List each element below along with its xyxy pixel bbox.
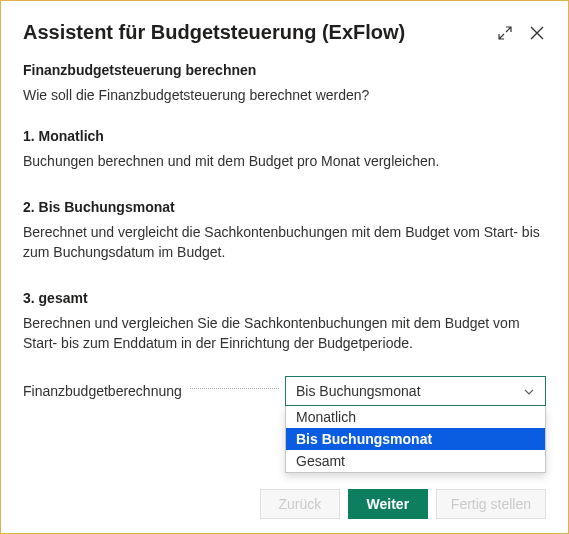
calculation-select-value: Bis Buchungsmonat	[296, 383, 421, 399]
calculation-field-label: Finanzbudgetberechnung	[23, 383, 182, 399]
dotted-leader	[190, 388, 279, 389]
next-button[interactable]: Weiter	[348, 489, 428, 519]
calculation-dropdown: Monatlich Bis Buchungsmonat Gesamt	[285, 406, 546, 473]
section-1-text: Buchungen berechnen und mit dem Budget p…	[23, 152, 546, 172]
section-2-text: Berechnet und vergleicht die Sachkontenb…	[23, 223, 546, 262]
close-icon[interactable]	[528, 24, 546, 42]
calculation-select[interactable]: Bis Buchungsmonat Monatlich Bis Buchungs…	[285, 376, 546, 406]
intro-text: Wie soll die Finanzbudgetsteuerung berec…	[23, 86, 546, 106]
calculation-field-row: Finanzbudgetberechnung Bis Buchungsmonat…	[23, 376, 546, 406]
section-1-heading: 1. Monatlich	[23, 128, 546, 144]
dropdown-option-monthly[interactable]: Monatlich	[286, 406, 545, 428]
intro-heading: Finanzbudgetsteuerung berechnen	[23, 62, 546, 78]
dialog-title: Assistent für Budgetsteuerung (ExFlow)	[23, 21, 482, 44]
calculation-select-display[interactable]: Bis Buchungsmonat	[285, 376, 546, 406]
dropdown-option-total[interactable]: Gesamt	[286, 450, 545, 472]
dialog-header: Assistent für Budgetsteuerung (ExFlow)	[23, 21, 546, 44]
back-button[interactable]: Zurück	[260, 489, 340, 519]
expand-icon[interactable]	[496, 24, 514, 42]
wizard-dialog: Assistent für Budgetsteuerung (ExFlow) F…	[0, 0, 569, 534]
wizard-footer: Zurück Weiter Fertig stellen	[260, 489, 546, 519]
finish-button[interactable]: Fertig stellen	[436, 489, 546, 519]
section-3-heading: 3. gesamt	[23, 290, 546, 306]
section-3-text: Berechnen und vergleichen Sie die Sachko…	[23, 314, 546, 353]
section-2-heading: 2. Bis Buchungsmonat	[23, 199, 546, 215]
dropdown-option-until-booking-month[interactable]: Bis Buchungsmonat	[286, 428, 545, 450]
chevron-down-icon	[523, 385, 535, 397]
